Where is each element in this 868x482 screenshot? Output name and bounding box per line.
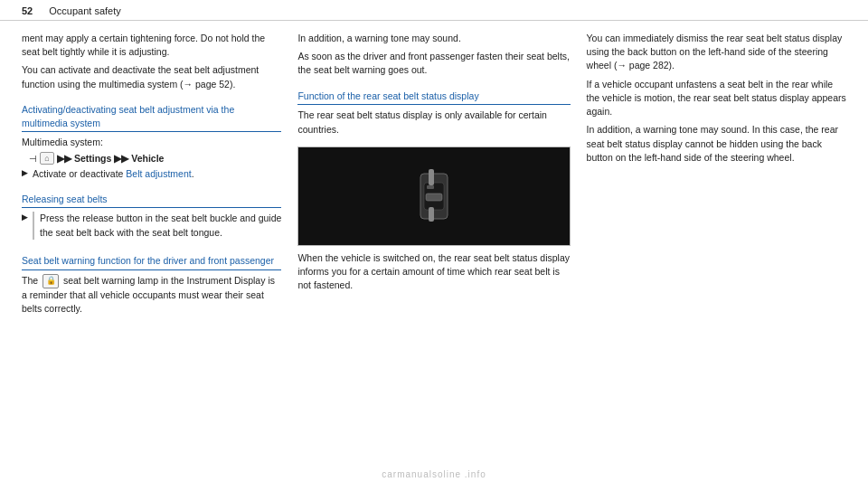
svg-rect-2 [429,169,434,185]
mid-after-image: When the vehicle is switched on, the rea… [297,251,570,293]
mm-vehicle: ▶▶ Vehicle [114,153,164,164]
multimedia-step2: ▶ Activate or deactivate Belt adjustment… [22,167,281,181]
multimedia-label: Multimedia system: [22,136,281,149]
col-left: ment may apply a certain tightening forc… [22,32,281,459]
header-bar: 52 Occupant safety [0,0,868,21]
page-container: 52 Occupant safety ment may apply a cert… [0,0,868,482]
intro-p1: ment may apply a certain tightening forc… [22,32,281,59]
release-bullet: ▶ Press the release button in the seat b… [22,212,281,242]
multimedia-step1: ⊣ ⌂ ▶▶ Settings ▶▶ Vehicle [29,152,281,165]
mm-arrow: ⊣ [29,154,37,164]
warning-p1: The 🔒 seat belt warning lamp in the Inst… [22,274,281,317]
svg-rect-4 [426,194,442,201]
mm-settings: ▶▶ Settings [57,153,111,164]
right-p2: If a vehicle occupant unfastens a seat b… [587,78,846,119]
right-p3: In addition, a warning tone may sound. I… [587,123,846,165]
page-number: 52 [22,5,33,16]
col-mid: In addition, a warning tone may sound. A… [297,32,570,459]
header-title: Occupant safety [49,5,121,16]
bullet-icon-2: ▶ [22,213,28,222]
mm-home-icon: ⌂ [40,152,54,165]
step2-text: Activate or deactivate Belt adjustment. [33,167,194,181]
intro-p2: You can activate and deactivate the seat… [22,63,281,90]
footer-watermark: carmanualsoline .info [382,469,486,479]
release-text: Press the release button in the seat bel… [40,213,281,237]
section3-heading: Seat belt warning function for the drive… [22,254,281,270]
section1-heading: Activating/deactivating seat belt adjust… [22,103,281,132]
bullet-icon: ▶ [22,168,28,177]
col-right: You can immediately dismiss the rear sea… [587,32,846,459]
svg-rect-3 [429,207,434,222]
mid-p1: In addition, a warning tone may sound. [297,32,570,45]
seatbelt-image [297,146,570,246]
seatbelt-svg [407,165,461,228]
content-area: ment may apply a certain tightening forc… [0,21,868,467]
section2-heading: Releasing seat belts [22,193,281,209]
seatbelt-icon: 🔒 [42,274,59,288]
mid-section-heading: Function of the rear seat belt status di… [297,90,570,106]
release-block: Press the release button in the seat bel… [33,212,281,239]
svg-rect-5 [427,185,434,189]
mid-p2: As soon as the driver and front passenge… [297,50,570,77]
footer-bar: carmanualsoline .info [0,467,868,482]
mid-section-p1: The rear seat belt status display is onl… [297,109,570,136]
right-p1: You can immediately dismiss the rear sea… [587,32,846,73]
